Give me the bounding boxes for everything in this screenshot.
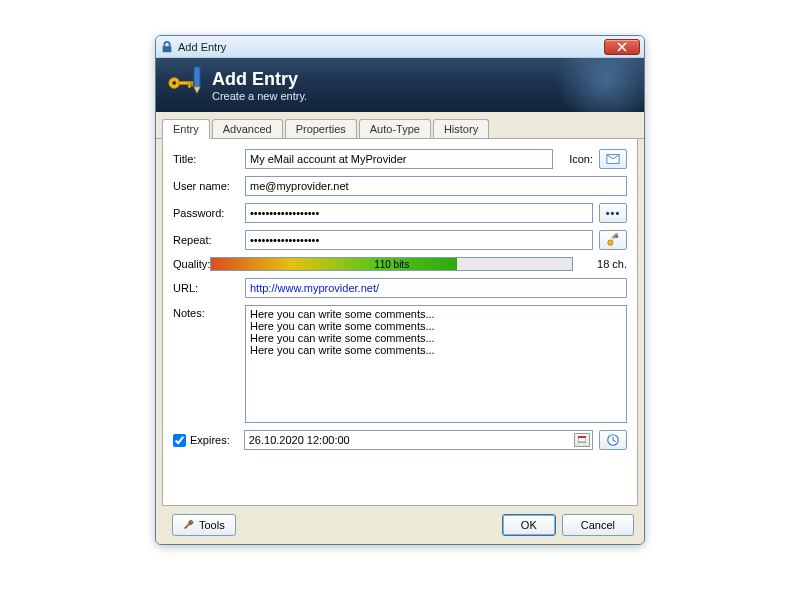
title-input[interactable]	[245, 149, 553, 169]
show-password-button[interactable]: •••	[599, 203, 627, 223]
tab-history[interactable]: History	[433, 119, 489, 138]
expires-checkbox[interactable]	[173, 434, 186, 447]
notes-textarea[interactable]	[245, 305, 627, 423]
svg-point-8	[608, 240, 613, 245]
icon-picker-button[interactable]	[599, 149, 627, 169]
header-banner: Add Entry Create a new entry.	[156, 58, 644, 112]
tab-entry[interactable]: Entry	[162, 119, 210, 139]
cancel-button[interactable]: Cancel	[562, 514, 634, 536]
title-label: Title:	[173, 153, 245, 165]
expires-value: 26.10.2020 12:00:00	[249, 434, 350, 446]
repeat-label: Repeat:	[173, 234, 245, 246]
dots-icon: •••	[606, 207, 621, 219]
clock-icon	[606, 433, 620, 447]
svg-rect-12	[578, 436, 586, 438]
notes-label: Notes:	[173, 305, 245, 423]
quality-bar: 110 bits	[210, 257, 573, 271]
password-input[interactable]	[245, 203, 593, 223]
add-entry-dialog: Add Entry Add Entry Create a new entry. …	[155, 35, 645, 545]
url-input[interactable]	[245, 278, 627, 298]
svg-rect-5	[194, 67, 200, 87]
tab-autotype[interactable]: Auto-Type	[359, 119, 431, 138]
char-count: 18 ch.	[579, 258, 627, 270]
generate-password-button[interactable]	[599, 230, 627, 250]
repeat-input[interactable]	[245, 230, 593, 250]
quality-text: 110 bits	[211, 258, 572, 270]
banner-subtitle: Create a new entry.	[212, 90, 307, 102]
tools-label: Tools	[199, 519, 225, 531]
expires-preset-button[interactable]	[599, 430, 627, 450]
dialog-footer: Tools OK Cancel	[156, 506, 644, 544]
banner-heading: Add Entry	[212, 69, 307, 90]
tab-properties[interactable]: Properties	[285, 119, 357, 138]
tab-advanced[interactable]: Advanced	[212, 119, 283, 138]
ok-button[interactable]: OK	[502, 514, 556, 536]
envelope-icon	[606, 153, 620, 165]
expires-label: Expires:	[190, 434, 230, 446]
tab-panel-entry: Title: Icon: User name: Password: ••• Re…	[162, 139, 638, 506]
titlebar: Add Entry	[156, 36, 644, 58]
close-button[interactable]	[604, 39, 640, 55]
key-pencil-icon	[168, 67, 204, 103]
tools-button[interactable]: Tools	[172, 514, 236, 536]
svg-point-10	[615, 235, 619, 239]
svg-marker-6	[194, 87, 200, 93]
key-gen-icon	[606, 233, 620, 247]
lock-icon	[160, 40, 174, 54]
quality-label: Quality:	[173, 258, 210, 270]
password-label: Password:	[173, 207, 245, 219]
url-label: URL:	[173, 282, 245, 294]
wrench-icon	[183, 519, 195, 531]
tab-row: Entry Advanced Properties Auto-Type Hist…	[156, 112, 644, 139]
username-label: User name:	[173, 180, 245, 192]
window-title: Add Entry	[178, 41, 226, 53]
svg-point-1	[172, 81, 176, 85]
calendar-dropdown-icon[interactable]	[574, 433, 590, 447]
expires-datetime[interactable]: 26.10.2020 12:00:00	[244, 430, 593, 450]
icon-label: Icon:	[559, 153, 593, 165]
username-input[interactable]	[245, 176, 627, 196]
